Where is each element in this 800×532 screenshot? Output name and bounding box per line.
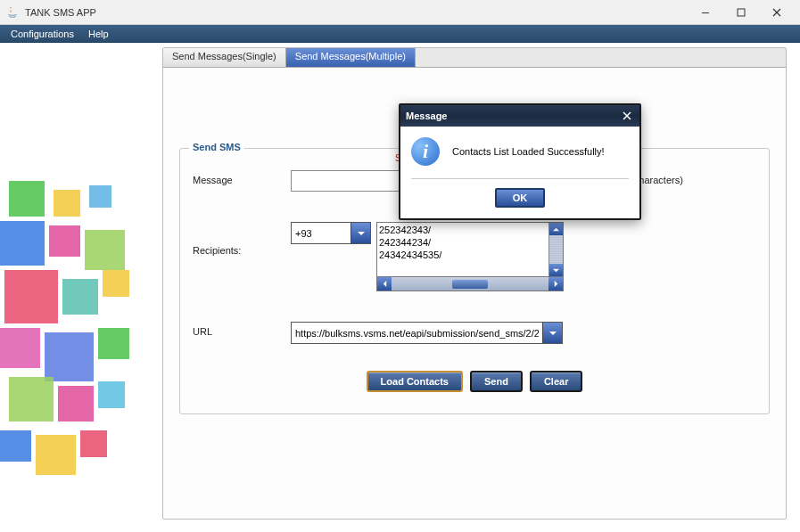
dialog-body: i Contacts List Loaded Successfully! OK [400, 127, 639, 218]
recipients-listbox[interactable]: 252342343/ 242344234/ 24342434535/ [376, 222, 564, 277]
scroll-right-button[interactable] [548, 277, 563, 291]
decorative-graphic [0, 181, 152, 484]
svg-rect-2 [9, 181, 45, 217]
load-contacts-button[interactable]: Load Contacts [367, 371, 463, 392]
url-combo[interactable] [291, 322, 563, 344]
label-url: URL [193, 322, 291, 337]
svg-rect-14 [9, 377, 54, 422]
scroll-down-button[interactable] [549, 264, 563, 276]
dialog-title-text: Message [406, 110, 620, 121]
hscroll-track[interactable] [392, 277, 548, 291]
country-code-dropdown-button[interactable] [351, 223, 370, 243]
vertical-scrollbar[interactable] [548, 223, 563, 276]
svg-rect-7 [85, 230, 125, 270]
row-recipients: Recipients: [193, 222, 756, 291]
scroll-track[interactable] [549, 235, 563, 264]
list-item[interactable]: 252342343/ [379, 224, 547, 236]
svg-rect-1 [738, 9, 745, 16]
url-input[interactable] [292, 323, 542, 343]
svg-rect-10 [103, 270, 129, 297]
svg-rect-5 [0, 221, 45, 266]
group-legend: Send SMS [189, 142, 244, 152]
svg-rect-4 [89, 185, 111, 208]
svg-rect-6 [49, 225, 80, 257]
list-item[interactable]: 242344234/ [379, 236, 547, 249]
send-button[interactable]: Send [470, 371, 523, 392]
java-icon [5, 5, 20, 20]
svg-rect-12 [45, 332, 94, 381]
close-button[interactable] [759, 2, 795, 23]
label-message: Message [193, 170, 291, 185]
scroll-up-button[interactable] [549, 223, 563, 235]
country-code-input[interactable] [292, 223, 351, 243]
menu-configurations[interactable]: Configurations [4, 27, 81, 41]
list-item[interactable]: 24342434535/ [379, 249, 547, 261]
tab-send-single[interactable]: Send Messages(Single) [163, 48, 286, 67]
country-code-combo[interactable] [291, 222, 371, 244]
svg-rect-17 [0, 430, 31, 462]
info-icon: i [411, 137, 440, 166]
row-url: URL [193, 322, 756, 344]
url-dropdown-button[interactable] [542, 323, 562, 343]
dialog-titlebar[interactable]: Message [400, 105, 639, 127]
svg-rect-3 [54, 190, 80, 217]
clear-button[interactable]: Clear [530, 371, 583, 392]
minimize-button[interactable] [688, 2, 723, 23]
hscroll-thumb[interactable] [452, 280, 488, 289]
svg-rect-18 [36, 435, 76, 475]
svg-rect-8 [4, 270, 58, 323]
svg-rect-11 [0, 328, 40, 368]
dialog-separator [411, 178, 629, 179]
dialog-message-text: Contacts List Loaded Successfully! [452, 146, 605, 157]
svg-rect-9 [62, 279, 98, 315]
label-recipients: Recipients: [193, 222, 291, 256]
svg-rect-13 [98, 328, 129, 359]
svg-rect-16 [98, 381, 125, 408]
horizontal-scrollbar[interactable] [376, 277, 564, 291]
desktop-pane: Send Messages(Single) Send Messages(Mult… [0, 43, 800, 532]
maximize-button[interactable] [723, 2, 759, 23]
svg-rect-15 [58, 386, 94, 422]
tab-bar: Send Messages(Single) Send Messages(Mult… [163, 48, 786, 68]
svg-rect-0 [702, 12, 709, 13]
titlebar: TANK SMS APP [0, 0, 800, 25]
window-controls [688, 2, 795, 23]
message-dialog: Message i Contacts List Loaded Successfu… [399, 103, 641, 220]
tab-send-multiple[interactable]: Send Messages(Multiple) [286, 48, 416, 67]
svg-rect-19 [80, 430, 107, 457]
dialog-ok-button[interactable]: OK [495, 188, 546, 208]
scroll-left-button[interactable] [377, 277, 392, 291]
window-title: TANK SMS APP [25, 7, 688, 18]
menu-help[interactable]: Help [81, 27, 116, 41]
button-row: Load Contacts Send Clear [193, 371, 756, 392]
menubar: Configurations Help [0, 25, 800, 43]
dialog-close-button[interactable] [620, 109, 634, 123]
